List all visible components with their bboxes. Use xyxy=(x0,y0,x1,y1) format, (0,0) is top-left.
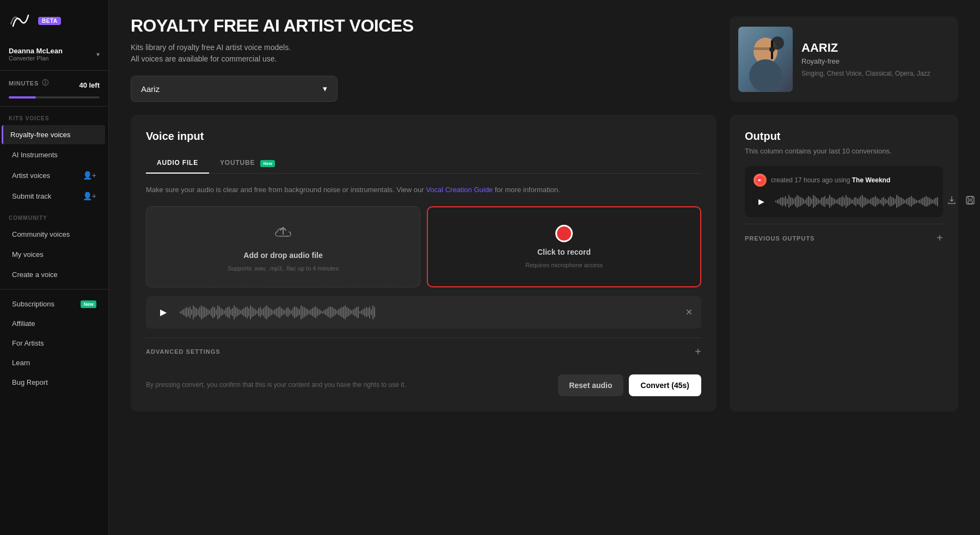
main-content: ROYALTY FREE AI ARTIST VOICES Kits libra… xyxy=(109,0,980,535)
terms-text: By pressing convert, you confirm that th… xyxy=(146,380,549,390)
sidebar-item-artist-voices[interactable]: Artist voices 👤+ xyxy=(3,165,105,185)
kits-voices-section-label: KITS VOICES xyxy=(0,107,108,125)
advanced-settings-toggle[interactable]: + xyxy=(695,346,701,358)
record-sublabel: Requires microphone access xyxy=(525,262,603,268)
page-header: ROYALTY FREE AI ARTIST VOICES Kits libra… xyxy=(131,16,958,102)
sidebar-item-label: Bug Report xyxy=(12,378,48,386)
play-button[interactable]: ▶ xyxy=(155,304,172,321)
sidebar-item-ai-instruments[interactable]: AI Instruments xyxy=(3,145,105,164)
tab-youtube[interactable]: YOUTUBE New xyxy=(209,153,286,174)
minutes-bar xyxy=(9,96,100,99)
output-title: Output xyxy=(745,130,943,143)
sidebar-item-affiliate[interactable]: Affiliate xyxy=(3,314,105,333)
svg-rect-8 xyxy=(966,196,974,204)
tabs-row: AUDIO FILE YOUTUBE New xyxy=(146,153,701,174)
sidebar-item-label: Artist voices xyxy=(12,171,50,180)
download-button[interactable] xyxy=(945,193,959,210)
advanced-settings-row: ADVANCED SETTINGS + xyxy=(146,337,701,366)
voice-input-title: Voice input xyxy=(146,130,701,143)
artist-license: Royalty-free xyxy=(801,57,950,65)
tab-audio-file[interactable]: AUDIO FILE xyxy=(146,153,209,174)
vocal-creation-guide-link[interactable]: Vocal Creation Guide xyxy=(426,186,493,194)
waveform-row: ▶ ✕ xyxy=(146,296,701,329)
sidebar-item-label: Royalty-free voices xyxy=(10,131,71,139)
save-button[interactable] xyxy=(963,193,977,210)
record-icon xyxy=(555,225,573,242)
convert-button[interactable]: Convert (45s) xyxy=(629,374,701,396)
sidebar-item-subscriptions[interactable]: Subscriptions New xyxy=(3,294,105,313)
community-section-label: COMMUNITY xyxy=(0,206,108,224)
voice-selected-label: Aariz xyxy=(141,84,160,94)
output-meta: created 17 hours ago using The Weeknd xyxy=(754,174,934,187)
page-title: ROYALTY FREE AI ARTIST VOICES xyxy=(131,16,713,35)
page-subtitle-2: All voices are available for commercial … xyxy=(131,53,713,65)
sidebar: BETA Deanna McLean Converter Plan ▾ MINU… xyxy=(0,0,109,535)
advanced-settings-label: ADVANCED SETTINGS xyxy=(146,348,220,355)
logo-area: BETA xyxy=(0,9,108,41)
sidebar-item-label: For Artists xyxy=(12,339,44,347)
minutes-section: MINUTES ⓘ 40 left xyxy=(0,71,108,107)
page-header-left: ROYALTY FREE AI ARTIST VOICES Kits libra… xyxy=(131,16,713,102)
upload-record-row: Add or drop audio file Supports .wav, .m… xyxy=(146,206,701,287)
dropdown-chevron-icon: ▾ xyxy=(323,84,327,94)
sidebar-item-label: Create a voice xyxy=(12,270,58,279)
sidebar-item-create-a-voice[interactable]: Create a voice xyxy=(3,265,105,284)
artist-info: AARIZ Royalty-free Singing, Chest Voice,… xyxy=(801,41,950,77)
sidebar-item-label: My voices xyxy=(12,250,44,259)
close-waveform-button[interactable]: ✕ xyxy=(685,307,693,317)
output-panel: Output This column contains your last 10… xyxy=(730,115,958,411)
upload-label: Add or drop audio file xyxy=(243,251,322,260)
upload-icon xyxy=(273,222,293,245)
content-row: Voice input AUDIO FILE YOUTUBE New Make … xyxy=(131,115,958,411)
sidebar-item-for-artists[interactable]: For Artists xyxy=(3,334,105,353)
sidebar-item-label: Community voices xyxy=(12,230,70,238)
sidebar-item-label: AI Instruments xyxy=(12,151,58,159)
svg-rect-10 xyxy=(968,201,972,204)
sidebar-item-submit-track[interactable]: Submit track 👤+ xyxy=(3,186,105,206)
sidebar-item-label: Affiliate xyxy=(12,319,35,328)
sidebar-item-community-voices[interactable]: Community voices xyxy=(3,225,105,244)
submit-person-icon: 👤+ xyxy=(83,192,96,200)
sidebar-item-bug-report[interactable]: Bug Report xyxy=(3,373,105,392)
artist-card: AARIZ Royalty-free Singing, Chest Voice,… xyxy=(730,16,958,102)
artist-portrait xyxy=(738,27,793,92)
bottom-row: By pressing convert, you confirm that th… xyxy=(146,374,701,396)
previous-outputs-expand[interactable]: + xyxy=(936,232,943,244)
minutes-count: 40 left xyxy=(79,81,100,89)
output-item: created 17 hours ago using The Weeknd ▶ xyxy=(745,166,943,217)
output-play-button[interactable]: ▶ xyxy=(754,194,769,209)
user-chevron-icon: ▾ xyxy=(96,51,100,58)
add-person-icon: 👤+ xyxy=(83,171,96,180)
output-meta-text: created 17 hours ago using The Weeknd xyxy=(771,176,890,184)
record-box[interactable]: Click to record Requires microphone acce… xyxy=(427,206,701,287)
sidebar-item-label: Learn xyxy=(12,359,30,367)
sidebar-item-my-voices[interactable]: My voices xyxy=(3,245,105,264)
sidebar-item-label: Subscriptions xyxy=(12,300,54,308)
output-subtitle: This column contains your last 10 conver… xyxy=(745,147,943,155)
previous-outputs-label: PREVIOUS OUTPUTS xyxy=(745,235,814,242)
output-waveform-row: ▶ xyxy=(754,193,934,210)
voice-input-panel: Voice input AUDIO FILE YOUTUBE New Make … xyxy=(131,115,716,411)
minutes-label: MINUTES ⓘ xyxy=(9,78,49,88)
svg-point-6 xyxy=(769,47,775,52)
input-waveform xyxy=(180,304,678,321)
previous-outputs-row[interactable]: PREVIOUS OUTPUTS + xyxy=(745,224,943,252)
upload-box[interactable]: Add or drop audio file Supports .wav, .m… xyxy=(146,206,420,287)
sidebar-item-learn[interactable]: Learn xyxy=(3,353,105,372)
voice-input-note: Make sure your audio is clear and free f… xyxy=(146,185,701,195)
user-plan: Converter Plan xyxy=(9,55,63,62)
voice-dropdown[interactable]: Aariz ▾ xyxy=(131,76,338,102)
record-label: Click to record xyxy=(537,248,591,256)
new-badge: New xyxy=(81,300,96,308)
reset-audio-button[interactable]: Reset audio xyxy=(558,374,623,396)
user-menu[interactable]: Deanna McLean Converter Plan ▾ xyxy=(0,41,108,71)
artist-tags: Singing, Chest Voice, Classical, Opera, … xyxy=(801,70,950,77)
output-waveform xyxy=(775,194,938,209)
output-avatar xyxy=(754,174,767,187)
svg-point-2 xyxy=(749,59,782,92)
sidebar-item-royalty-free-voices[interactable]: Royalty-free voices xyxy=(2,125,105,144)
beta-badge: BETA xyxy=(38,17,61,25)
app-logo-icon xyxy=(9,9,33,33)
voice-selector-row: Aariz ▾ xyxy=(131,76,713,102)
output-actions xyxy=(945,193,980,210)
